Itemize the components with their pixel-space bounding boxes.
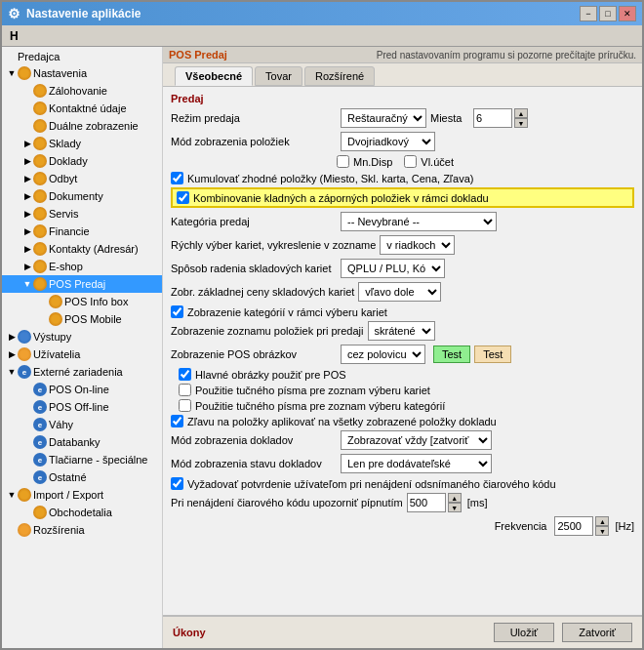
mod-zobrazenia-select[interactable]: Dvojriadkový Jednoriadkový	[341, 132, 435, 151]
mn-disp-checkbox[interactable]	[337, 155, 349, 168]
pri-nenajdeni-down[interactable]: ▼	[448, 503, 462, 512]
sidebar-item-vahy[interactable]: e Váhy	[2, 416, 162, 433]
kategoria-predaj-label: Kategória predaj	[171, 216, 337, 227]
tab-vseobecne[interactable]: Všeobecné	[175, 66, 253, 86]
miesta-spinner: ▲ ▼	[473, 108, 528, 128]
sidebar-item-dualne-zobrazenie[interactable]: Duálne zobrazenie	[2, 117, 162, 135]
zatvorit-button[interactable]: Zatvoriť	[562, 623, 632, 642]
expand-icon-nastavenia[interactable]: ▼	[6, 67, 18, 79]
sidebar-item-financie[interactable]: ▶ Financie	[2, 223, 162, 240]
gear-icon	[33, 242, 47, 256]
expand-icon-import[interactable]: ▼	[6, 489, 18, 501]
sidebar-item-externe-zariadenia[interactable]: ▼ e Externé zariadenia	[2, 363, 162, 381]
sidebar-item-pos-mobile[interactable]: POS Mobile	[2, 310, 162, 328]
sidebar-item-import-export[interactable]: ▼ Import / Export	[2, 486, 162, 504]
sidebar-item-rozsirenia[interactable]: Rozšírenia	[2, 521, 162, 539]
expand-icon-doklady[interactable]: ▶	[21, 155, 33, 167]
minimize-button[interactable]: −	[580, 6, 597, 21]
kategoria-predaj-select[interactable]: -- Nevybrané --	[341, 212, 497, 231]
kumulovat-row: Kumulovať zhodné položky (Miesto, Skl. k…	[171, 172, 634, 184]
zlava-checkbox[interactable]	[171, 415, 183, 427]
expand-icon-servis[interactable]: ▶	[21, 208, 33, 220]
expand-icon[interactable]	[6, 51, 18, 62]
tucne-kategorii-checkbox[interactable]	[179, 399, 191, 412]
sidebar-item-predajca[interactable]: Predajca	[2, 49, 162, 64]
zobrazenie-zoznamu-select[interactable]: skrátené plné	[368, 321, 435, 341]
gear-icon	[33, 207, 47, 221]
frekvencia-label: Frekvencia	[495, 520, 547, 532]
ulozit-button[interactable]: Uložiť	[494, 623, 555, 642]
sidebar-item-ostatne[interactable]: e Ostatné	[2, 468, 162, 486]
title-bar: ⚙ Nastavenie aplikácie − □ ✕	[2, 2, 642, 25]
sidebar-item-doklady[interactable]: ▶ Doklady	[2, 152, 162, 170]
zobr-zakladnej-select[interactable]: vľavo dole vpravo hore	[358, 282, 441, 302]
vl-ucet-checkbox[interactable]	[404, 155, 417, 168]
sidebar-item-e-shop[interactable]: ▶ E-shop	[2, 258, 162, 275]
maximize-button[interactable]: □	[599, 6, 617, 21]
hz-label: [Hz]	[615, 520, 634, 532]
breadcrumb: POS Predaj Pred nastavovaním programu si…	[163, 47, 642, 63]
e-icon: e	[18, 365, 31, 379]
sidebar-item-sklady[interactable]: ▶ Sklady	[2, 135, 162, 152]
expand-icon-eshop[interactable]: ▶	[21, 261, 33, 272]
kumulovat-checkbox[interactable]	[171, 172, 183, 184]
hlavne-obrazky-checkbox[interactable]	[179, 368, 191, 381]
expand-icon-pos[interactable]: ▼	[21, 278, 33, 290]
expand-icon-vystupy[interactable]: ▶	[6, 331, 18, 343]
close-button[interactable]: ✕	[619, 6, 636, 21]
mod-zobrazenia-row: Mód zobrazenia položiek Dvojriadkový Jed…	[171, 132, 634, 151]
sposob-radenia-select[interactable]: QPLU / PLU, Kó PLU, Kód	[341, 259, 445, 278]
sidebar-item-pos-info-box[interactable]: POS Info box	[2, 293, 162, 310]
tab-tovar[interactable]: Tovar	[255, 66, 302, 86]
miesta-input[interactable]	[473, 108, 512, 128]
expand-icon-kontakty[interactable]: ▶	[21, 243, 33, 255]
sidebar-item-obchodetalia[interactable]: Obchodetalia	[2, 504, 162, 521]
sidebar-item-pos-predaj[interactable]: ▼ POS Predaj	[2, 275, 162, 293]
mod-stavu-select[interactable]: Len pre dodávateľské Pre všetky	[341, 454, 492, 473]
test-button-1[interactable]: Test	[433, 345, 470, 363]
sidebar-item-kontakty[interactable]: ▶ Kontakty (Adresár)	[2, 240, 162, 258]
zobrazenie-pos-select[interactable]: cez polovicu celé	[341, 345, 425, 364]
tab-rozsirene[interactable]: Rozšírené	[304, 66, 375, 86]
sidebar-item-databanky[interactable]: e Databanky	[2, 433, 162, 451]
sidebar-item-vystupy[interactable]: ▶ Výstupy	[2, 328, 162, 345]
sidebar-item-pos-offline[interactable]: e POS Off-line	[2, 398, 162, 416]
rychly-vyber-select[interactable]: v riadkoch v stĺpcoch	[380, 235, 455, 255]
rezim-predaja-select[interactable]: Reštauračný Štandardný	[341, 108, 426, 128]
sidebar-item-nastavenia[interactable]: ▼ Nastavenia	[2, 64, 162, 82]
miesta-down[interactable]: ▼	[514, 118, 528, 128]
sidebar-item-kontaktne-udaje[interactable]: Kontaktné údaje	[2, 100, 162, 117]
sidebar-item-tlacarne[interactable]: e Tlačiarne - špeciálne	[2, 451, 162, 468]
zobrazenie-pos-row: Zobrazenie POS obrázkov cez polovicu cel…	[171, 345, 634, 364]
rychly-vyber-row: Rýchly výber kariet, vykreslenie v zozna…	[171, 235, 634, 255]
ukony-label: Úkony	[173, 627, 206, 638]
expand-icon-odbyt[interactable]: ▶	[21, 173, 33, 184]
kombinovanie-checkbox[interactable]	[177, 191, 189, 204]
pri-nenajdeni-up[interactable]: ▲	[448, 493, 462, 503]
expand-icon-dokumenty[interactable]: ▶	[21, 190, 33, 202]
frekvencia-input[interactable]	[554, 516, 593, 536]
toolbar-h-label: H	[6, 27, 22, 45]
sidebar-item-zalohovanie[interactable]: Zálohovanie	[2, 82, 162, 100]
sidebar-item-uzivatelia[interactable]: ▶ Užívatelia	[2, 345, 162, 363]
mod-zobrazenia-dokladov-select[interactable]: Zobrazovať vždy [zatvoriť Zobrazovať vžd…	[341, 430, 492, 450]
miesta-up[interactable]: ▲	[514, 108, 528, 118]
window-title: Nastavenie aplikácie	[26, 7, 141, 20]
sidebar-item-odbyt[interactable]: ▶ Odbyt	[2, 170, 162, 187]
sidebar-item-dokumenty[interactable]: ▶ Dokumenty	[2, 187, 162, 205]
expand-icon-externe[interactable]: ▼	[6, 366, 18, 378]
vyzadovat-checkbox[interactable]	[171, 477, 183, 490]
tucne-kariet-checkbox[interactable]	[179, 384, 191, 396]
test-button-2[interactable]: Test	[474, 345, 511, 363]
frekvencia-down[interactable]: ▼	[595, 526, 609, 536]
gear-icon	[33, 137, 47, 150]
expand-icon-uzivatelia[interactable]: ▶	[6, 348, 18, 360]
pri-nenajdeni-input[interactable]	[407, 493, 446, 512]
sidebar-item-pos-online[interactable]: e POS On-line	[2, 381, 162, 398]
expand-icon-financie[interactable]: ▶	[21, 225, 33, 237]
zlava-row: Zľavu na položky aplikovať na všetky zob…	[171, 415, 634, 427]
zobrazenie-kategorii-checkbox[interactable]	[171, 305, 183, 318]
frekvencia-up[interactable]: ▲	[595, 516, 609, 526]
sidebar-item-servis[interactable]: ▶ Servis	[2, 205, 162, 223]
expand-icon-sklady[interactable]: ▶	[21, 138, 33, 149]
